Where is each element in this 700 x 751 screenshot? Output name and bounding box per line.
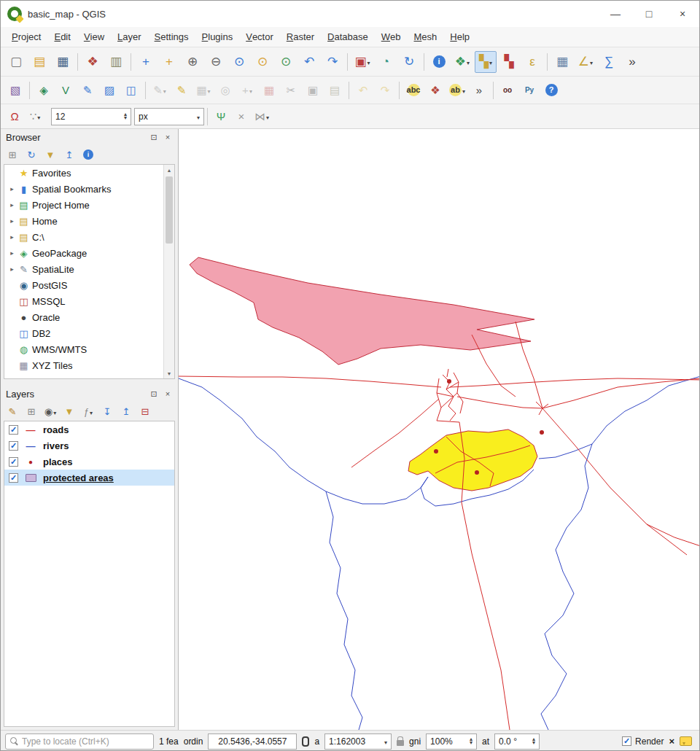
new-print-layout-icon[interactable]: ▥ bbox=[105, 51, 127, 73]
menu-item[interactable]: Mesh bbox=[408, 27, 444, 47]
browser-item[interactable]: ▸ ▮ Spatial Bookmarks bbox=[4, 181, 174, 197]
locate-box[interactable] bbox=[5, 734, 154, 750]
current-edits-icon[interactable]: ✎ bbox=[149, 80, 170, 101]
save-layer-edits-icon[interactable]: ▦ bbox=[193, 80, 214, 101]
paste-features-icon[interactable]: ▤ bbox=[324, 80, 345, 101]
refresh-map-icon[interactable]: ↻ bbox=[398, 51, 420, 73]
spin-down-icon[interactable] bbox=[470, 742, 472, 744]
topological-editing-icon[interactable]: Ψ bbox=[211, 107, 230, 126]
save-project-icon[interactable]: ▦ bbox=[52, 51, 74, 73]
browser-properties-icon[interactable]: i bbox=[80, 147, 96, 163]
pan-map-icon[interactable]: + bbox=[135, 51, 157, 73]
open-attribute-table-icon[interactable]: ▦ bbox=[551, 51, 573, 73]
spin-down-icon[interactable] bbox=[124, 117, 127, 120]
expand-all-icon[interactable]: ↧ bbox=[99, 403, 115, 419]
data-source-manager-icon[interactable]: ▧ bbox=[5, 80, 26, 101]
layer-checkbox[interactable] bbox=[9, 425, 18, 435]
remove-layer-icon[interactable]: ⊟ bbox=[137, 403, 153, 419]
close-button[interactable]: × bbox=[666, 1, 699, 27]
toggle-editing-icon[interactable]: ✎ bbox=[171, 80, 192, 101]
layer-checkbox[interactable] bbox=[9, 457, 18, 467]
menu-item[interactable]: Vector bbox=[239, 27, 280, 47]
magnifier-spinbox[interactable]: 100% bbox=[426, 734, 477, 750]
browser-collapse-all-icon[interactable]: ↥ bbox=[61, 147, 77, 163]
browser-item[interactable]: ★ Favorites bbox=[4, 165, 174, 181]
render-checkbox[interactable] bbox=[622, 736, 631, 746]
browser-refresh-icon[interactable]: ↻ bbox=[23, 147, 39, 163]
spinner-arrows[interactable] bbox=[532, 738, 535, 744]
expand-arrow-icon[interactable]: ▸ bbox=[7, 265, 17, 273]
render-toggle[interactable]: Render bbox=[622, 736, 664, 747]
cut-features-icon[interactable]: ✂ bbox=[281, 80, 301, 101]
zoom-in-icon[interactable]: ⊕ bbox=[182, 51, 203, 73]
extent-icon[interactable] bbox=[302, 736, 309, 747]
menu-item[interactable]: Edit bbox=[47, 27, 77, 47]
scale-combobox[interactable]: 1:162003 bbox=[324, 734, 392, 750]
menu-item[interactable]: Web bbox=[375, 27, 408, 47]
new-spatialite-layer-icon[interactable]: ✎ bbox=[77, 80, 98, 101]
zoom-to-layer-icon[interactable]: ⊙ bbox=[275, 51, 297, 73]
menu-item[interactable]: Database bbox=[321, 27, 375, 47]
menu-item[interactable]: Settings bbox=[148, 27, 195, 47]
layer-item[interactable]: protected areas bbox=[4, 470, 174, 486]
statistical-summary-icon[interactable]: ∑ bbox=[598, 51, 620, 73]
open-project-icon[interactable]: ▤ bbox=[28, 51, 50, 73]
stop-render-icon[interactable]: × bbox=[669, 736, 674, 747]
browser-item[interactable]: ▸ ✎ SpatiaLite bbox=[4, 261, 174, 277]
expand-arrow-icon[interactable]: ▸ bbox=[7, 201, 17, 209]
menu-item[interactable]: Plugins bbox=[195, 27, 240, 47]
expand-arrow-icon[interactable]: ▸ bbox=[7, 233, 17, 241]
zoom-next-icon[interactable]: ↷ bbox=[322, 51, 343, 73]
browser-item[interactable]: ● Oracle bbox=[4, 309, 174, 325]
select-features-icon[interactable]: ▚ bbox=[475, 51, 497, 73]
new-geopackage-layer-icon[interactable]: ◈ bbox=[34, 80, 54, 101]
snap-units-combobox[interactable]: px bbox=[134, 108, 204, 125]
browser-item[interactable]: ◉ PostGIS bbox=[4, 277, 174, 293]
browser-item[interactable]: ◍ WMS/WMTS bbox=[4, 341, 174, 357]
zoom-full-extent-icon[interactable]: ⊙ bbox=[228, 51, 250, 73]
copy-features-icon[interactable]: ▣ bbox=[303, 80, 323, 101]
expand-arrow-icon[interactable]: ▸ bbox=[7, 185, 17, 192]
filter-by-expression-icon[interactable]: ƒ bbox=[80, 403, 96, 419]
panel-close-icon[interactable]: × bbox=[163, 132, 173, 142]
style-manager-icon[interactable]: ❖ bbox=[82, 51, 104, 73]
scroll-up-icon[interactable] bbox=[164, 165, 174, 175]
collapse-all-icon[interactable]: ↥ bbox=[118, 403, 134, 419]
undo-icon[interactable]: ↶ bbox=[353, 80, 373, 101]
toolbar2-overflow-icon[interactable]: » bbox=[469, 80, 489, 101]
zoom-to-selection-icon[interactable]: ⊙ bbox=[252, 51, 273, 73]
manage-map-themes-icon[interactable]: ◉ bbox=[42, 403, 58, 419]
identify-features-icon[interactable]: i bbox=[428, 51, 450, 73]
layer-checkbox[interactable] bbox=[9, 441, 18, 451]
snapping-mode-icon[interactable]: ∵ bbox=[26, 107, 44, 126]
temporal-controller-icon[interactable]: ◔ bbox=[375, 51, 397, 73]
coordinate-input[interactable]: 20.5436,-34.0557 bbox=[208, 734, 297, 750]
browser-item[interactable]: ◫ DB2 bbox=[4, 325, 174, 341]
python-console-icon[interactable]: Py bbox=[519, 80, 540, 101]
menu-item[interactable]: Layer bbox=[111, 27, 148, 47]
new-shapefile-layer-icon[interactable]: V bbox=[55, 80, 76, 101]
zoom-out-icon[interactable]: ⊖ bbox=[205, 51, 227, 73]
maximize-button[interactable]: □ bbox=[632, 1, 666, 27]
add-record-icon[interactable]: ◎ bbox=[215, 80, 236, 101]
new-virtual-layer-icon[interactable]: ◫ bbox=[121, 80, 141, 101]
toolbar-overflow-icon[interactable]: » bbox=[621, 51, 643, 73]
layer-checkbox[interactable] bbox=[9, 473, 18, 483]
browser-item[interactable]: ▸ ◈ GeoPackage bbox=[4, 245, 174, 261]
locate-input[interactable] bbox=[22, 736, 139, 747]
avoid-overlap-icon[interactable]: ⋈ bbox=[252, 107, 271, 126]
browser-item[interactable]: ▸ ▤ Project Home bbox=[4, 197, 174, 213]
browser-item[interactable]: ▸ ▤ Home bbox=[4, 213, 174, 229]
menu-item[interactable]: Project bbox=[5, 27, 47, 47]
panel-float-icon[interactable]: ⊡ bbox=[149, 389, 159, 399]
filter-legend-icon[interactable]: ▼ bbox=[61, 403, 77, 419]
lock-scale-icon[interactable] bbox=[397, 740, 404, 746]
delete-selected-icon[interactable]: ▦ bbox=[259, 80, 279, 101]
browser-item[interactable]: ◫ MSSQL bbox=[4, 293, 174, 309]
layer-item[interactable]: ● places bbox=[4, 454, 174, 470]
scroll-down-icon[interactable] bbox=[164, 368, 174, 378]
expand-arrow-icon[interactable]: ▸ bbox=[7, 217, 17, 225]
menu-item[interactable]: Help bbox=[443, 27, 476, 47]
spin-down-icon[interactable] bbox=[532, 742, 535, 744]
browser-item[interactable]: ▦ XYZ Tiles bbox=[4, 357, 174, 373]
